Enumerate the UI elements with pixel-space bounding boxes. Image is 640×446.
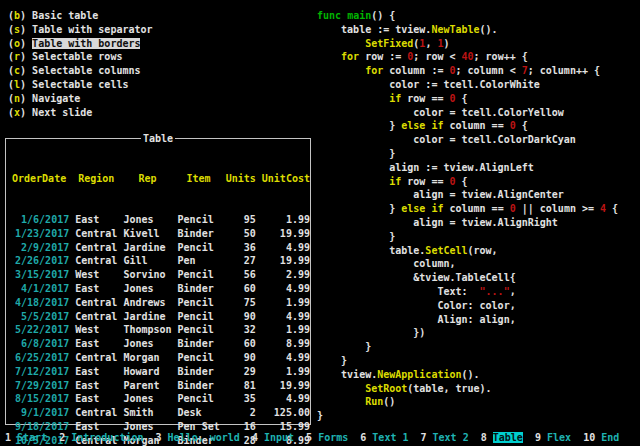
table-cell: Binder (178, 282, 220, 296)
table-cell: Kivell (123, 227, 171, 241)
tab-forms[interactable]: 5 Forms (306, 432, 348, 443)
table-cell: 75 (226, 296, 256, 310)
code-line: color = tcell.ColorYellow (317, 106, 618, 120)
table-content: OrderDateRegionRepItemUnitsUnitCost 1/6/… (9, 144, 310, 446)
code-line: }) (317, 326, 618, 340)
menu-item-label: Selectable cells (32, 79, 128, 90)
code-line: align = tview.AlignCenter (317, 188, 618, 202)
code-line: align := tview.AlignLeft (317, 161, 618, 175)
tab-text-1[interactable]: 6 Text 1 (360, 432, 408, 443)
table-cell: Jardine (123, 241, 171, 255)
code-line: &tview.TableCell{ (317, 271, 618, 285)
code-line: } (317, 340, 618, 354)
table-cell: 19.99 (262, 254, 310, 268)
code-line: } else if column == 0 { (317, 119, 618, 133)
table-cell: Binder (178, 227, 220, 241)
table-cell: 2/26/2017 (9, 254, 69, 268)
table-cell: Sorvino (123, 268, 171, 282)
code-line: } (317, 230, 618, 244)
table-cell: Pencil (178, 296, 220, 310)
tab-end[interactable]: 10 End (583, 432, 619, 443)
menu-item-x[interactable]: (x) Next slide (8, 106, 153, 120)
table-cell: Pen (178, 254, 220, 268)
code-line: column, (317, 257, 618, 271)
code-line: if row == 0 { (317, 175, 618, 189)
table-row: 5/22/2017WestThompsonPencil321.99 (9, 323, 310, 337)
table-cell: Desk (178, 406, 220, 420)
table-row: 5/5/2017CentralJardinePencil904.99 (9, 310, 310, 324)
table-cell: Howard (123, 365, 171, 379)
table-header-row: OrderDateRegionRepItemUnitsUnitCost (9, 172, 310, 186)
table-cell: Central (75, 254, 117, 268)
menu-item-s[interactable]: (s) Table with separator (8, 23, 153, 37)
code-line: for column := 0; column < 7; column++ { (317, 64, 618, 78)
tab-hello-world[interactable]: 3 Hello, world (156, 432, 240, 443)
table-cell: Jardine (123, 310, 171, 324)
table-cell: Pencil (178, 323, 220, 337)
table-cell: 1.99 (262, 365, 310, 379)
table-cell: 1/6/2017 (9, 213, 69, 227)
menu-item-b[interactable]: (b) Basic table (8, 9, 153, 23)
terminal-screen: (b) Basic table(s) Table with separator(… (0, 0, 640, 446)
code-line: Align: align, (317, 313, 618, 327)
column-header: Item (178, 172, 220, 186)
table-cell: East (75, 365, 117, 379)
table-cell: 2 (226, 406, 256, 420)
tab-table[interactable]: 8 Table (481, 432, 523, 443)
table-cell: 56 (226, 268, 256, 282)
menu-item-c[interactable]: (c) Selectable columns (8, 64, 153, 78)
code-line: for row := 0; row < 40; row++ { (317, 50, 618, 64)
table-widget: Table OrderDateRegionRepItemUnitsUnitCos… (5, 138, 311, 425)
table-cell: 1.99 (262, 323, 310, 337)
menu-item-l[interactable]: (l) Selectable cells (8, 78, 153, 92)
table-cell: Jones (123, 337, 171, 351)
tab-flex[interactable]: 9 Flex (535, 432, 571, 443)
column-header: Region (75, 172, 117, 186)
table-cell: 1.99 (262, 296, 310, 310)
menu-item-r[interactable]: (r) Selectable rows (8, 50, 153, 64)
table-row: 1/23/2017CentralKivellBinder5019.99 (9, 227, 310, 241)
table-row: 9/1/2017CentralSmithDesk2125.00 (9, 406, 310, 420)
table-cell: Andrews (123, 296, 171, 310)
table-cell: Central (75, 296, 117, 310)
table-cell: 60 (226, 337, 256, 351)
table-cell: 2.99 (262, 268, 310, 282)
menu-item-n[interactable]: (n) Navigate (8, 92, 153, 106)
table-row: 4/1/2017EastJonesBinder604.99 (9, 282, 310, 296)
table-cell: East (75, 392, 117, 406)
table-cell: 8/15/2017 (9, 392, 69, 406)
table-cell: Pencil (178, 310, 220, 324)
table-row: 7/12/2017EastHowardBinder291.99 (9, 365, 310, 379)
table-cell: 4.99 (262, 282, 310, 296)
table-row: 7/29/2017EastParentBinder8119.99 (9, 379, 310, 393)
table-cell: 35 (226, 392, 256, 406)
column-header: Rep (123, 172, 171, 186)
table-cell: 6/25/2017 (9, 351, 69, 365)
table-cell: Thompson (123, 323, 171, 337)
table-cell: 7/29/2017 (9, 379, 69, 393)
table-cell: 19.99 (262, 379, 310, 393)
code-line: } (317, 409, 618, 423)
table-cell: Jones (123, 213, 171, 227)
tab-introduction[interactable]: 2 Introduction (59, 432, 143, 443)
table-cell: 2/9/2017 (9, 241, 69, 255)
tab-text-2[interactable]: 7 Text 2 (421, 432, 469, 443)
menu-item-label: Selectable columns (32, 65, 140, 76)
tab-input[interactable]: 4 Input (252, 432, 294, 443)
table-cell: 1/23/2017 (9, 227, 69, 241)
table-cell: Morgan (123, 351, 171, 365)
table-cell: Smith (123, 406, 171, 420)
table-cell: 90 (226, 310, 256, 324)
tab-start[interactable]: 1 Start (5, 432, 47, 443)
menu-item-label: Table with separator (32, 24, 152, 35)
table-cell: 5/5/2017 (9, 310, 69, 324)
table-cell: 9/1/2017 (9, 406, 69, 420)
menu-item-o[interactable]: (o) Table with borders (8, 37, 153, 51)
table-cell: Jones (123, 282, 171, 296)
table-cell: 6/8/2017 (9, 337, 69, 351)
table-cell: 36 (226, 241, 256, 255)
code-line: SetFixed(1, 1) (317, 37, 618, 51)
code-line: table.SetCell(row, (317, 244, 618, 258)
code-line: color := tcell.ColorWhite (317, 78, 618, 92)
code-line: Text: "...", (317, 285, 618, 299)
